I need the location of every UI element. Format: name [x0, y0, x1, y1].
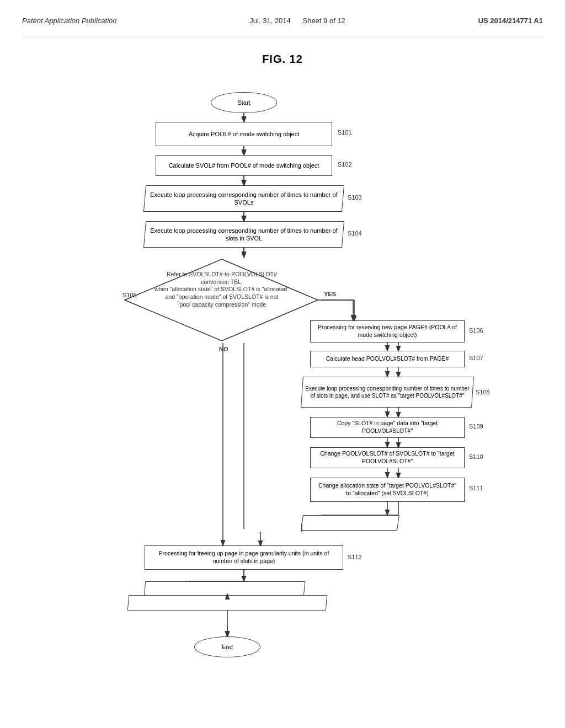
s112-label: S112: [348, 554, 362, 560]
s107-node: Calculate head POOLVOL#SLOT# from PAGE#: [310, 351, 465, 367]
s110-label: S110: [469, 453, 483, 460]
s105-label: S105: [122, 292, 137, 298]
s111-label: S111: [469, 485, 483, 491]
s108-loop-close: [302, 515, 398, 531]
end-node: End: [194, 636, 260, 657]
header-sheet: Sheet 9 of 12: [302, 17, 345, 25]
s101-label: S101: [338, 129, 352, 136]
s103-loop-close: [128, 595, 327, 611]
page-header: Patent Application Publication Jul. 31, …: [22, 11, 543, 36]
s111-node: Change allocation state of "target POOLV…: [310, 478, 465, 502]
s105-diamond: Refer to SVOLSLOT#-to-POOLVOLSLOT#conver…: [122, 257, 321, 343]
s106-label: S106: [469, 327, 483, 334]
page: Patent Application Publication Jul. 31, …: [0, 0, 565, 728]
s109-node: Copy "SLOT# in page" data into "target P…: [310, 417, 465, 438]
s102-label: S102: [338, 161, 352, 168]
s108-label: S108: [476, 389, 490, 395]
s107-label: S107: [469, 355, 483, 361]
header-patent-number: US 2014/214771 A1: [478, 17, 543, 25]
header-publication-label: Patent Application Publication: [22, 17, 117, 25]
no-label: NO: [219, 346, 228, 352]
s103-node: Execute loop processing corresponding nu…: [145, 185, 343, 212]
yes-label: YES: [324, 291, 336, 297]
s103-label: S103: [348, 194, 362, 201]
flowchart: Start Acquire POOL# of mode switching ob…: [89, 82, 476, 661]
s104-label: S104: [348, 230, 362, 237]
s110-node: Change POOLVOLSLOT# of SVOLSLOT# to "tar…: [310, 447, 465, 468]
s101-node: Acquire POOL# of mode switching object: [156, 122, 332, 146]
header-date: Jul. 31, 2014: [249, 17, 290, 25]
s109-label: S109: [469, 423, 483, 430]
s108-node: Execute loop processing corresponding nu…: [302, 377, 473, 408]
figure-title: FIG. 12: [22, 53, 543, 66]
start-node: Start: [211, 92, 277, 113]
header-date-sheet: Jul. 31, 2014 Sheet 9 of 12: [249, 17, 345, 25]
s102-node: Calculate SVOL# from POOL# of mode switc…: [156, 155, 332, 176]
s112-node: Processing for freeing up page in page g…: [145, 545, 343, 570]
s104-loop-close: [145, 581, 305, 597]
s106-node: Processing for reserving new page PAGE# …: [310, 320, 465, 342]
s104-node: Execute loop processing corresponding nu…: [145, 221, 343, 248]
